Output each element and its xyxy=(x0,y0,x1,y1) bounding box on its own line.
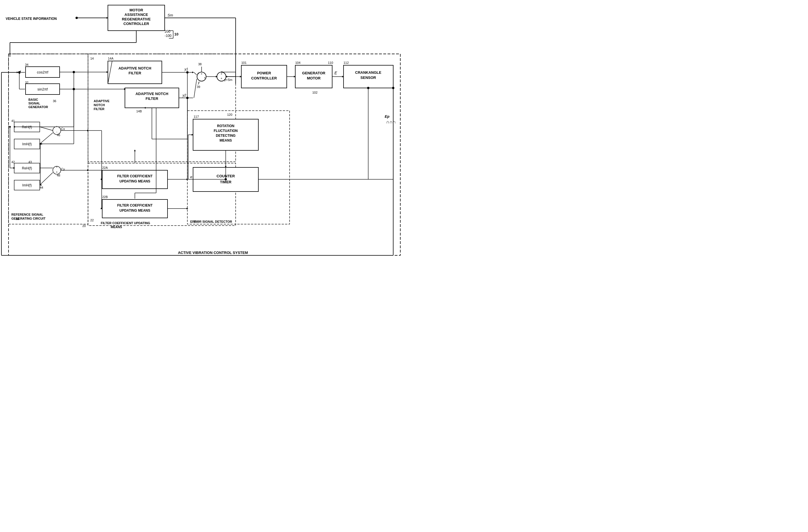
ref-signal-label: REFERENCE SIGNAL xyxy=(11,213,43,216)
fc22a-label: FILTER COEFFICIENT xyxy=(117,174,153,178)
sin2pif-label: sin2πf xyxy=(37,87,48,91)
svg-text:+: + xyxy=(204,76,205,79)
svg-text:ASSISTANCE: ASSISTANCE xyxy=(125,13,148,17)
n112-label: 112 xyxy=(344,61,349,64)
y-label: y xyxy=(198,80,200,84)
cx-label: Cx xyxy=(61,127,65,131)
svg-text:GENERATING CIRCUIT: GENERATING CIRCUIT xyxy=(11,217,45,220)
svg-text:SIGNAL: SIGNAL xyxy=(29,101,40,105)
svg-point-160 xyxy=(186,97,188,99)
sm-label: Sm xyxy=(167,13,173,17)
svg-text:FILTER: FILTER xyxy=(146,96,159,101)
svg-text:CONTROLLER: CONTROLLER xyxy=(124,22,149,26)
n42-label: 42 xyxy=(11,160,15,164)
svg-text:+: + xyxy=(56,166,58,169)
svg-point-141 xyxy=(367,87,369,89)
svg-point-42 xyxy=(9,126,11,128)
n116-label: 116 xyxy=(194,220,199,223)
svg-text:UPDATING MEANS: UPDATING MEANS xyxy=(120,179,150,183)
n36-label: 36 xyxy=(53,99,56,103)
svg-text:REGENERATIVE: REGENERATIVE xyxy=(122,17,151,21)
svg-text:+: + xyxy=(56,171,58,174)
n20-label: 20 xyxy=(82,224,86,228)
y2-label: y2 xyxy=(182,93,186,97)
active-vibration-label: ACTIVE VIBRATION CONTROL SYSTEM xyxy=(178,250,248,255)
n14b-label: 14B xyxy=(136,110,142,113)
svg-text:+: + xyxy=(56,125,58,128)
svg-text:TIMER: TIMER xyxy=(220,180,232,184)
svg-text:CONTROLLER: CONTROLLER xyxy=(251,76,277,80)
svg-text:MEANS: MEANS xyxy=(219,138,232,142)
n22b-label: 22B xyxy=(102,195,108,198)
svg-text:FLUCTUATION: FLUCTUATION xyxy=(214,129,238,133)
svg-text:SENSOR: SENSOR xyxy=(361,75,377,80)
power-controller-label: POWER xyxy=(257,71,271,75)
anf14b-label: ADAPTIVE NOTCH xyxy=(135,92,168,96)
svg-text:+: + xyxy=(221,77,222,80)
rot-fluct-label: ROTATION xyxy=(217,124,235,128)
svg-text:+: + xyxy=(201,72,202,75)
svg-point-135 xyxy=(224,178,227,180)
e-signal-label: e xyxy=(190,175,192,179)
n10-label: 10 xyxy=(174,32,178,36)
fc-updating-label: FILTER COEFFICIENT UPDATING xyxy=(101,221,150,225)
n120-label: 120 xyxy=(227,113,232,116)
cos2pif-label: cos2πf xyxy=(37,70,48,74)
svg-text:MOTOR: MOTOR xyxy=(307,76,321,80)
basic-signal-label: BASIC xyxy=(29,98,38,101)
svg-point-6 xyxy=(75,17,78,19)
n46-label: 46 xyxy=(57,133,60,137)
n48-label: 48 xyxy=(57,174,60,177)
reh1-label: ReH(f) xyxy=(22,125,32,129)
e-label: E xyxy=(334,71,337,75)
svg-text:NOTCH: NOTCH xyxy=(94,103,105,107)
anf14a-label: ADAPTIVE NOTCH xyxy=(118,66,151,70)
svg-text:+: + xyxy=(197,72,199,75)
svg-text:GENERATOR: GENERATOR xyxy=(29,105,48,109)
motor-controller-label: MOTOR xyxy=(129,8,143,12)
generator-motor-label: GENERATOR xyxy=(302,71,325,75)
diagram: MOTOR ASSISTANCE REGENERATIVE CONTROLLER… xyxy=(0,0,404,266)
n104-label: 104 xyxy=(295,61,300,64)
reh2-label: ReH(f) xyxy=(22,166,32,170)
ep-waveform: ∩∩∩ xyxy=(386,119,396,124)
n101-label: 101 xyxy=(241,61,246,64)
imh1-label: ImH(f) xyxy=(22,142,32,146)
n39-label: 39 xyxy=(197,85,200,89)
svg-text:-: - xyxy=(56,130,57,133)
n102-label: 102 xyxy=(312,91,317,94)
n34-label: 34 xyxy=(25,63,29,66)
n14a-label: 14A xyxy=(108,57,114,60)
ep-label: Ep xyxy=(385,114,389,119)
imh2-label: ImH(f) xyxy=(22,183,32,187)
vehicle-state-label: VEHICLE STATE INFORMATION xyxy=(6,17,57,21)
svg-text:UPDATING MEANS: UPDATING MEANS xyxy=(120,209,150,212)
svg-text:MEANS: MEANS xyxy=(111,225,122,229)
ysm-label: y+Sm xyxy=(224,78,232,81)
svg-text:FILTER: FILTER xyxy=(129,71,141,75)
n38-label: 38 xyxy=(198,62,202,66)
n14-label: 14 xyxy=(90,57,94,60)
y1-label: y1 xyxy=(184,67,188,71)
n43-label: 43 xyxy=(29,160,32,164)
n41-label: 41 xyxy=(11,119,15,122)
n100-label: -100 xyxy=(165,34,171,38)
crankangle-label: CRANKANGLE xyxy=(355,70,382,75)
n32-label: 32 xyxy=(25,81,29,84)
n110-label: 110 xyxy=(328,61,333,64)
svg-text:DETECTING: DETECTING xyxy=(216,134,235,138)
n22a-label: 22A xyxy=(102,166,108,169)
n44-label: 44 xyxy=(40,186,43,189)
n200-label: 200 xyxy=(165,30,170,34)
svg-text:FILTER: FILTER xyxy=(94,107,105,111)
n117-label: 117 xyxy=(194,115,199,118)
fc22b-label: FILTER COEFFICIENT xyxy=(117,204,153,207)
svg-point-161 xyxy=(186,71,188,74)
anf-main-label: ADAPTIVE xyxy=(94,99,110,103)
n22-label: 22 xyxy=(90,218,94,222)
